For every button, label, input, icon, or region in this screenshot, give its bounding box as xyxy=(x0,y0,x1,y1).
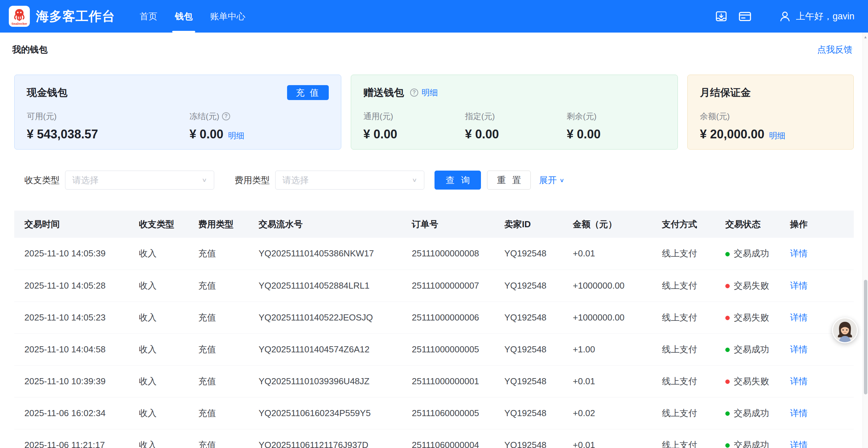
cell-time: 2025-11-06 11:21:17 xyxy=(14,429,129,448)
table-row: 2025-11-06 16:02:34收入充值YQ20251106160234P… xyxy=(14,397,854,429)
cell-income_type: 收入 xyxy=(129,238,188,270)
cell-status: 交易失败 xyxy=(715,301,780,333)
deposit-detail-link[interactable]: 明细 xyxy=(769,130,785,141)
gift-specified-value: ¥ 0.00 xyxy=(465,127,567,141)
cell-action: 详情 xyxy=(780,238,854,270)
search-button[interactable]: 查 询 xyxy=(435,171,481,190)
cell-amount: +0.01 xyxy=(563,365,652,397)
cell-action: 详情 xyxy=(780,365,854,397)
status-dot-icon xyxy=(725,379,730,384)
recharge-button[interactable]: 充 值 xyxy=(287,85,329,100)
income-type-placeholder: 请选择 xyxy=(72,174,202,186)
bill-card-icon[interactable] xyxy=(738,9,752,23)
cell-seller: YQ192548 xyxy=(494,397,563,429)
greeting-text: 上午好，gavin xyxy=(796,10,854,22)
cell-seller: YQ192548 xyxy=(494,238,563,270)
cell-fee_type: 充值 xyxy=(188,270,248,301)
cell-amount: +0.02 xyxy=(563,397,652,429)
cell-order: 25111000000005 xyxy=(402,333,494,365)
scrollbar-thumb[interactable] xyxy=(864,280,867,394)
cell-fee_type: 充值 xyxy=(188,429,248,448)
cell-pay: 线上支付 xyxy=(652,301,715,333)
column-header: 费用类型 xyxy=(188,211,248,238)
user-menu[interactable]: 上午好，gavin xyxy=(779,10,854,22)
assistant-avatar[interactable] xyxy=(832,317,858,343)
cell-action: 详情 xyxy=(780,270,854,301)
table-row: 2025-11-10 14:05:28收入充值YQ202511101405288… xyxy=(14,270,854,301)
cell-fee_type: 充值 xyxy=(188,333,248,365)
cell-amount: +1000000.00 xyxy=(563,270,652,301)
table-row: 2025-11-10 14:05:23收入充值YQ20251110140522J… xyxy=(14,301,854,333)
detail-link[interactable]: 详情 xyxy=(790,408,808,418)
app-logo[interactable]: SeaDocker xyxy=(9,6,30,27)
fee-type-placeholder: 请选择 xyxy=(282,174,412,186)
chevron-down-icon: ∨ xyxy=(559,177,564,183)
cell-income_type: 收入 xyxy=(129,301,188,333)
cell-serial: YQ20251110140522JEOSJQ xyxy=(248,301,402,333)
nav-item-home[interactable]: 首页 xyxy=(131,0,166,33)
fee-type-select[interactable]: 请选择 ∨ xyxy=(275,171,424,190)
cell-status: 交易失败 xyxy=(715,365,780,397)
reset-button[interactable]: 重 置 xyxy=(487,171,531,190)
column-header: 收支类型 xyxy=(129,211,188,238)
cell-status: 交易成功 xyxy=(715,333,780,365)
gift-detail-link[interactable]: 明细 xyxy=(422,87,438,98)
download-tray-icon[interactable] xyxy=(714,9,728,23)
frozen-label: 冻结(元) xyxy=(189,111,219,122)
cell-time: 2025-11-10 14:04:58 xyxy=(14,333,129,365)
detail-link[interactable]: 详情 xyxy=(790,440,808,448)
cell-time: 2025-11-06 16:02:34 xyxy=(14,397,129,429)
cell-seller: YQ192548 xyxy=(494,429,563,448)
cell-time: 2025-11-10 14:05:23 xyxy=(14,301,129,333)
status-dot-icon xyxy=(725,348,730,352)
available-value: ¥ 543,038.57 xyxy=(27,127,189,141)
avatar-girl-icon xyxy=(833,318,857,342)
nav-item-wallet[interactable]: 钱包 xyxy=(166,0,201,33)
cell-order: 25111000000008 xyxy=(402,238,494,270)
scrollbar[interactable]: ▲ xyxy=(863,33,868,448)
cell-serial: YQ202511101404574Z6A12 xyxy=(248,333,402,365)
income-type-select[interactable]: 请选择 ∨ xyxy=(65,171,214,190)
cell-serial: YQ202511061121176J937D xyxy=(248,429,402,448)
feedback-link[interactable]: 点我反馈 xyxy=(817,44,852,56)
octopus-logo-icon: SeaDocker xyxy=(10,7,28,25)
chevron-down-icon: ∨ xyxy=(202,177,207,183)
cell-time: 2025-11-10 10:39:39 xyxy=(14,365,129,397)
expand-toggle[interactable]: 展开 ∨ xyxy=(539,174,564,186)
deposit-title: 月结保证金 xyxy=(700,86,751,100)
cell-income_type: 收入 xyxy=(129,429,188,448)
gift-wallet-card: 赠送钱包 ? 明细 通用(元) ¥ 0.00 指定(元) ¥ 0.00 剩余(元… xyxy=(351,75,678,150)
available-label: 可用(元) xyxy=(27,111,189,122)
nav-item-billing[interactable]: 账单中心 xyxy=(201,0,254,33)
table-header-row: 交易时间收支类型费用类型交易流水号订单号卖家ID金额（元）支付方式交易状态操作 xyxy=(14,211,854,238)
detail-link[interactable]: 详情 xyxy=(790,344,808,354)
cell-pay: 线上支付 xyxy=(652,429,715,448)
detail-link[interactable]: 详情 xyxy=(790,280,808,291)
frozen-help-icon[interactable]: ? xyxy=(222,112,230,120)
cell-amount: +1.00 xyxy=(563,333,652,365)
column-header: 操作 xyxy=(780,211,854,238)
cell-status: 交易成功 xyxy=(715,397,780,429)
frozen-detail-link[interactable]: 明细 xyxy=(228,130,244,141)
gift-remaining-label: 剩余(元) xyxy=(567,111,668,122)
cell-seller: YQ192548 xyxy=(494,301,563,333)
cell-order: 25111000000007 xyxy=(402,270,494,301)
cell-action: 详情 xyxy=(780,397,854,429)
cash-wallet-title: 现金钱包 xyxy=(27,86,67,100)
wallet-cards: 现金钱包 充 值 可用(元) ¥ 543,038.57 冻结(元) ? ¥ 0.… xyxy=(14,75,854,150)
table-row: 2025-11-10 10:39:39收入充值YQ202511101039396… xyxy=(14,365,854,397)
scroll-up-arrow-icon[interactable]: ▲ xyxy=(863,33,868,39)
page-title: 我的钱包 xyxy=(12,44,47,56)
column-header: 卖家ID xyxy=(494,211,563,238)
detail-link[interactable]: 详情 xyxy=(790,376,808,386)
cell-order: 25111060000005 xyxy=(402,397,494,429)
cell-fee_type: 充值 xyxy=(188,365,248,397)
cell-pay: 线上支付 xyxy=(652,365,715,397)
detail-link[interactable]: 详情 xyxy=(790,248,808,258)
table-row: 2025-11-06 11:21:17收入充值YQ202511061121176… xyxy=(14,429,854,448)
cell-serial: YQ202511101405386NKW17 xyxy=(248,238,402,270)
gift-help-icon[interactable]: ? xyxy=(410,89,418,97)
cell-fee_type: 充值 xyxy=(188,397,248,429)
detail-link[interactable]: 详情 xyxy=(790,312,808,323)
gift-general-value: ¥ 0.00 xyxy=(363,127,465,141)
